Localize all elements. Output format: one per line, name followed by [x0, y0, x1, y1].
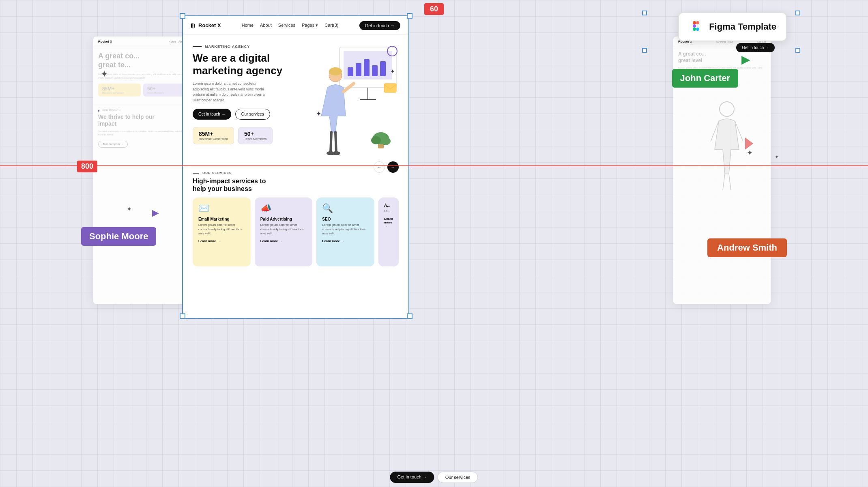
john-carter-label: John Carter [672, 69, 738, 88]
figma-template-badge: Figma Template [678, 12, 787, 41]
andrew-smith-label: Andrew Smith [707, 238, 787, 257]
svg-rect-11 [380, 61, 386, 76]
svg-point-31 [696, 28, 699, 31]
stat-box-team: 50+ Team Members [238, 127, 273, 144]
card-paid-link[interactable]: Learn more → [260, 239, 307, 243]
bg-stat-num-2: 50+ [147, 86, 182, 92]
bg-left-bodytext: Lorem ipsum dolor sit amet consectetur a… [98, 73, 186, 79]
svg-rect-22 [384, 84, 396, 92]
sophie-moore-label: Sophie Moore [81, 227, 156, 246]
nav-services[interactable]: Services [278, 23, 295, 28]
bg-stat-label-1: Revenue Generated [102, 92, 137, 94]
card-4th-link[interactable]: Learn more → [384, 217, 393, 228]
join-team-button[interactable]: Join our team → [98, 141, 128, 148]
service-card-4th-partial: A... Lo... Learn more → [378, 197, 399, 266]
svg-text:✦: ✦ [316, 110, 321, 117]
figma-frame-handle-br [795, 48, 800, 53]
card-email-desc: Lorem ipsum dolor sit amet consecte adip… [198, 223, 245, 236]
svg-point-20 [371, 136, 381, 144]
services-title: High-impact services to help your busine… [193, 177, 399, 193]
green-arrow-icon: ▶ [741, 53, 750, 66]
figma-badge-text: Figma Template [709, 21, 776, 32]
email-icon: ✉️ [198, 203, 245, 214]
nav-pages[interactable]: Pages ▾ [302, 23, 318, 28]
card-email-title: Email Marketing [198, 217, 245, 221]
svg-rect-27 [693, 21, 696, 24]
nav-cta-button[interactable]: Get in touch → [359, 21, 400, 30]
stat-num-revenue: 85M+ [199, 131, 228, 137]
mission-section: OUR MISSION We thrive to help ourimpact … [93, 105, 191, 152]
decorative-star-middleright: ✦ [775, 154, 779, 160]
card-email-link[interactable]: Learn more → [198, 239, 245, 243]
bg-stat-num-1: 85M+ [102, 86, 137, 92]
mockup-nav: Rocket X Home About Services Pages ▾ Car… [183, 16, 408, 35]
frame-handle-tl [180, 13, 185, 19]
frame-handle-bl [180, 313, 185, 319]
service-card-seo: 🔍 SEO Lorem ipsum dolor sit amet consect… [316, 197, 374, 266]
seo-icon: 🔍 [322, 203, 369, 214]
mockup-logo-text: Rocket X [198, 22, 221, 28]
hero-description: Lorem ipsum dolor sit amet consectetur a… [193, 81, 274, 103]
svg-rect-26 [689, 19, 703, 34]
prev-arrow-button[interactable]: ← [374, 161, 385, 173]
bg-stat-label-2: Team Members [147, 92, 182, 94]
next-arrow-button[interactable]: → [387, 161, 399, 173]
mockup-nav-links: Home About Services Pages ▾ Cart(3) [242, 23, 339, 28]
svg-point-0 [720, 102, 734, 116]
frame-handle-tr [407, 13, 413, 19]
svg-text:✦: ✦ [390, 68, 395, 75]
get-in-touch-button[interactable]: Get in touch → [736, 43, 775, 52]
bottom-btn-dark[interactable]: Get in touch → [390, 472, 434, 483]
mission-arrow-icon: ▶ [152, 208, 159, 218]
nav-home[interactable]: Home [242, 23, 254, 28]
stat-num-team: 50+ [244, 131, 266, 137]
services-section-label: OUR SERVICES [193, 171, 399, 175]
mission-label: OUR MISSION [98, 109, 186, 112]
bg-right-title: A great co...great level [678, 51, 766, 64]
stat-label-revenue: Revenue Generated [199, 137, 228, 141]
card-paid-title: Paid Advertising [260, 217, 307, 221]
svg-rect-2 [191, 24, 192, 28]
nav-cart[interactable]: Cart(3) [324, 23, 338, 28]
mission-title: We thrive to help ourimpact [98, 114, 186, 127]
service-card-email: ✉️ Email Marketing Lorem ipsum dolor sit… [193, 197, 251, 266]
mockup-logo: Rocket X [191, 22, 221, 28]
bg-left-title: A great co...great te... [98, 52, 186, 69]
svg-marker-1 [745, 137, 753, 150]
bg-right-illustration [678, 93, 766, 195]
frame-handle-br [407, 313, 413, 319]
horizontal-guide [0, 165, 868, 166]
svg-rect-3 [193, 23, 193, 28]
bg-stat-boxes: 85M+ Revenue Generated 50+ Team Members [98, 84, 186, 97]
svg-rect-10 [372, 65, 378, 76]
stat-box-revenue: 85M+ Revenue Generated [193, 127, 234, 144]
bg-left-logo: Rocket X [98, 40, 112, 43]
card-4th-desc: Lo... [384, 209, 393, 214]
decorative-star-topright: ✦ [747, 148, 753, 157]
hero-illustration: ✦ ✦ [315, 43, 404, 161]
svg-point-15 [329, 67, 342, 75]
svg-rect-4 [194, 24, 195, 28]
mockup-hero: MARKETING AGENCY We are a digital market… [183, 35, 408, 165]
bg-stat-box-2: 50+ Team Members [143, 84, 186, 97]
bg-stat-box-1: 85M+ Revenue Generated [98, 84, 141, 97]
bottom-btn-outline[interactable]: Our services [438, 472, 478, 483]
figma-frame-handle-tl [642, 11, 647, 15]
card-seo-link[interactable]: Learn more → [322, 239, 369, 243]
nav-about[interactable]: About [260, 23, 272, 28]
svg-rect-9 [364, 59, 370, 76]
label-60: 60 [424, 3, 444, 15]
svg-rect-8 [356, 63, 361, 76]
main-mockup-frame: Rocket X Home About Services Pages ▾ Car… [182, 15, 409, 319]
svg-point-21 [381, 137, 391, 145]
bottom-nav-buttons: Get in touch → Our services [390, 472, 478, 483]
services-nav-arrows: ← → [374, 161, 399, 173]
stat-label-team: Team Members [244, 137, 266, 141]
bg-left-content: A great co...great te... Lorem ipsum dol… [93, 47, 191, 101]
hero-cta-button[interactable]: Get in touch → [193, 109, 231, 120]
bg-left-nav: Rocket X Home About [93, 36, 191, 47]
figma-frame-handle-tr [795, 11, 800, 15]
hero-services-button[interactable]: Our services [235, 109, 270, 120]
advertising-icon: 📣 [260, 203, 307, 214]
mission-text: Sinciunt erat massa mattis elite quis pu… [98, 130, 186, 137]
